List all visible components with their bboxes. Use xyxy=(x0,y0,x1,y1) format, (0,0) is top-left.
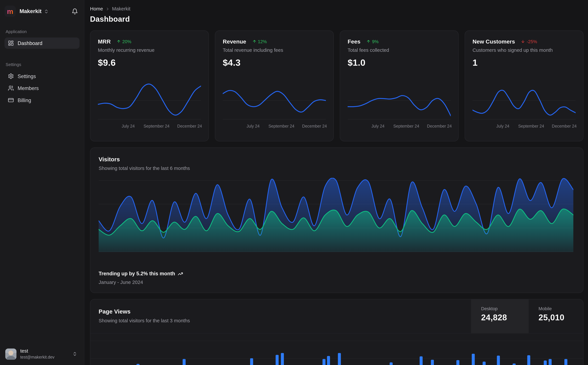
stat-card-mrr: MRR 20% Monthly recurring revenue $9.6 J… xyxy=(90,30,209,141)
trending-up-icon xyxy=(178,271,183,276)
page-views-subtitle: Showing total visitors for the last 3 mo… xyxy=(99,318,463,323)
sidebar-item-members[interactable]: Members xyxy=(5,83,79,94)
section-label-application: Application xyxy=(6,29,80,34)
page-views-bar xyxy=(182,359,185,365)
stat-subtitle: Monthly recurring revenue xyxy=(98,47,201,53)
stat-cards-grid: MRR 20% Monthly recurring revenue $9.6 J… xyxy=(90,30,583,141)
page-views-bar xyxy=(281,353,284,365)
sidebar-item-label: Billing xyxy=(18,97,31,103)
makerkit-logo: m xyxy=(5,6,16,17)
page-views-title: Page Views xyxy=(99,309,463,315)
page-views-bar-chart xyxy=(90,334,583,365)
chevrons-up-down-icon xyxy=(72,351,77,356)
breadcrumb: Home Makerkit xyxy=(90,6,583,12)
stat-subtitle: Total revenue including fees xyxy=(223,47,326,53)
page-views-bar xyxy=(527,355,530,365)
main-content: Home Makerkit Dashboard MRR 20% Monthly … xyxy=(84,0,588,365)
user-email: test@makerkit.dev xyxy=(20,354,69,360)
mobile-page-views-value: 25,010 xyxy=(539,313,583,323)
page-views-bar xyxy=(327,356,330,365)
stat-title: MRR xyxy=(98,38,111,45)
page-views-bar xyxy=(472,354,475,365)
page-views-bar xyxy=(389,362,393,365)
visitors-footer-period: January - June 2024 xyxy=(99,280,143,285)
trend-badge: 12% xyxy=(252,39,267,44)
workspace-row: m Makerkit xyxy=(5,5,79,18)
breadcrumb-current: Makerkit xyxy=(112,6,130,12)
visitors-footer-trend: Trending up by 5.2% this month xyxy=(99,271,183,276)
sparkline-chart xyxy=(348,80,451,122)
page-views-bar xyxy=(338,353,341,365)
arrow-up-icon xyxy=(367,39,371,43)
sparkline-chart xyxy=(98,80,201,122)
members-icon xyxy=(8,85,14,91)
page-views-bar xyxy=(431,360,434,365)
stat-value: $4.3 xyxy=(223,57,326,68)
x-axis-ticks: July 24September 24December 24 xyxy=(465,124,583,129)
desktop-page-views-value: 24,828 xyxy=(481,313,528,323)
trend-badge: 20% xyxy=(117,39,131,44)
page-views-bar xyxy=(497,356,500,365)
sparkline-chart xyxy=(223,80,326,122)
settings-icon xyxy=(8,73,14,79)
visitors-area-chart xyxy=(99,178,573,252)
sidebar-item-label: Members xyxy=(18,85,39,91)
sparkline-chart xyxy=(473,80,576,122)
page-views-bar xyxy=(419,356,422,365)
page-views-bar xyxy=(137,364,140,365)
user-account-menu[interactable]: test test@makerkit.dev xyxy=(5,347,79,361)
page-views-bar xyxy=(322,359,325,365)
sidebar-item-dashboard[interactable]: Dashboard xyxy=(5,38,79,49)
stat-value: $9.6 xyxy=(98,57,201,68)
chevrons-up-down-icon[interactable] xyxy=(44,9,49,14)
page-title: Dashboard xyxy=(90,15,583,24)
stat-subtitle: Total fees collected xyxy=(348,47,451,53)
sidebar-item-settings[interactable]: Settings xyxy=(5,70,79,82)
stat-title: Revenue xyxy=(223,38,246,45)
stat-card-fees: Fees 9% Total fees collected $1.0 July 2… xyxy=(340,30,459,141)
trend-badge: -25% xyxy=(521,39,537,44)
page-views-bar xyxy=(276,355,278,365)
page-views-bar xyxy=(564,359,567,365)
x-axis-ticks: July 24September 24December 24 xyxy=(340,124,458,129)
stat-value: 1 xyxy=(473,57,576,68)
page-views-bar xyxy=(512,364,516,365)
visitors-title: Visitors xyxy=(99,156,575,163)
page-views-bar xyxy=(250,358,253,365)
page-views-bar xyxy=(549,359,552,365)
sidebar-item-label: Dashboard xyxy=(18,40,42,46)
stat-title: Fees xyxy=(348,38,360,45)
user-name: test xyxy=(20,348,69,354)
sidebar: m Makerkit Application Dashboard Setting… xyxy=(0,0,84,365)
visitors-card: Visitors Showing total visitors for the … xyxy=(90,147,583,293)
page-views-toggle-desktop[interactable]: Desktop 24,828 xyxy=(471,299,528,333)
page-views-bar xyxy=(483,362,486,365)
sidebar-item-label: Settings xyxy=(18,73,36,79)
x-axis-ticks: July 24September 24December 24 xyxy=(215,124,333,129)
arrow-down-icon xyxy=(521,39,525,43)
page-views-bar xyxy=(457,360,459,365)
stat-value: $1.0 xyxy=(348,57,451,68)
page-views-bar xyxy=(544,360,547,365)
billing-icon xyxy=(8,97,14,103)
page-views-toggle-mobile[interactable]: Mobile 25,010 xyxy=(528,299,583,333)
chevron-right-icon xyxy=(105,7,110,11)
stat-title: New Customers xyxy=(473,38,515,45)
breadcrumb-home-link[interactable]: Home xyxy=(90,6,103,12)
arrow-up-icon xyxy=(117,39,121,43)
stat-card-new-customers: New Customers -25% Customers who signed … xyxy=(465,30,583,141)
dashboard-icon xyxy=(8,40,14,46)
app-window: m Makerkit Application Dashboard Setting… xyxy=(0,0,588,365)
page-views-header: Page Views Showing total visitors for th… xyxy=(90,299,583,333)
arrow-up-icon xyxy=(252,39,256,43)
stat-card-revenue: Revenue 12% Total revenue including fees… xyxy=(215,30,334,141)
stat-subtitle: Customers who signed up this month xyxy=(473,47,576,53)
page-views-card: Page Views Showing total visitors for th… xyxy=(90,299,583,365)
section-label-settings: Settings xyxy=(6,62,80,67)
user-avatar xyxy=(5,348,17,360)
workspace-name[interactable]: Makerkit xyxy=(20,8,42,14)
sidebar-item-billing[interactable]: Billing xyxy=(5,94,79,106)
visitors-subtitle: Showing total visitors for the last 6 mo… xyxy=(99,165,575,171)
x-axis-ticks: July 24September 24December 24 xyxy=(90,124,208,129)
bell-icon[interactable] xyxy=(70,7,80,16)
